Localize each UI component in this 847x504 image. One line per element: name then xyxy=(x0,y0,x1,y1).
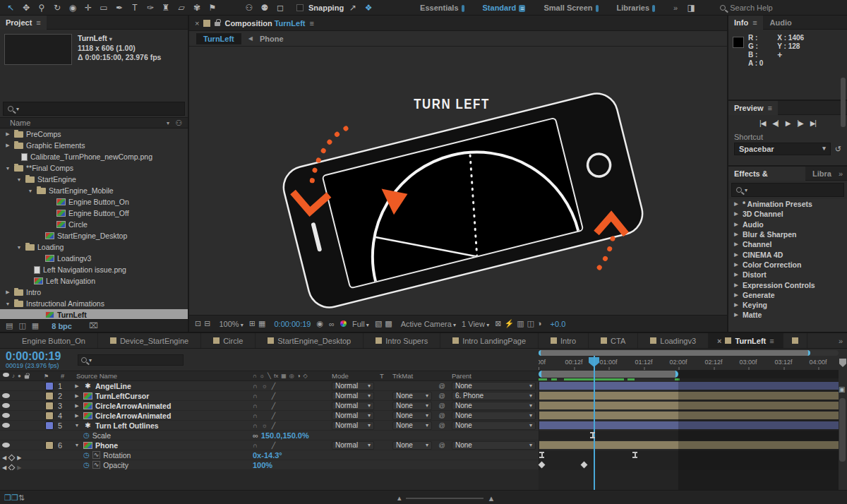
project-tree-item[interactable]: Graphic Elements xyxy=(0,140,188,151)
effects-category[interactable]: Color Correction xyxy=(728,260,847,270)
comp-button-icon[interactable]: ▣ xyxy=(839,385,845,393)
parent-pickwhip-icon[interactable]: @ xyxy=(435,392,449,400)
graph-icon[interactable]: ∿ xyxy=(92,461,101,469)
project-tree-item[interactable]: Calibrate_TurnPhone_newComp.png xyxy=(0,151,188,162)
tool-icon[interactable]: ↖ xyxy=(3,0,18,16)
twirl-icon[interactable] xyxy=(733,241,740,247)
parent-dropdown[interactable]: None xyxy=(452,441,536,450)
twirl-icon[interactable] xyxy=(4,166,11,171)
workspace-tab[interactable]: Libraries xyxy=(617,4,655,12)
mode-column-header[interactable]: Mode xyxy=(329,372,377,380)
number-column-header[interactable]: # xyxy=(58,372,73,380)
twirl-icon[interactable] xyxy=(733,312,740,318)
viewer-option-icon[interactable]: ⚡ xyxy=(504,319,514,328)
selected-comp-name[interactable]: TurnLeft xyxy=(78,34,107,42)
time-navigator-thumb[interactable] xyxy=(539,350,810,356)
timeline-row[interactable]: ◀▶ 1 ◷ ∿ AngelLine ∩ ☼ xyxy=(0,381,839,391)
parent-dropdown[interactable]: None xyxy=(452,412,536,420)
region-of-interest-icon[interactable]: ▧ xyxy=(375,319,382,328)
eye-icon[interactable] xyxy=(2,423,10,428)
workspace-tab[interactable]: Essentials xyxy=(420,4,464,12)
region-of-interest-icon[interactable]: ▩ xyxy=(385,319,392,328)
layer-name-cell[interactable]: ◷ ∿ Turn Left Outlines xyxy=(73,421,250,430)
layer-name-cell[interactable]: ◷ ∿ Opacity xyxy=(73,461,250,469)
switch-header-icon[interactable]: ◎ xyxy=(289,373,294,379)
collapse-transformations-icon[interactable]: ☼ xyxy=(261,422,267,429)
tool-icon[interactable]: T xyxy=(127,0,143,16)
current-time-button[interactable]: 0:00:00:19 xyxy=(274,320,311,328)
effects-category[interactable]: Distort xyxy=(728,270,847,280)
timeline-toggle-icon[interactable]: ❒ xyxy=(4,493,11,502)
layer-name-cell[interactable]: ◷ ∿ Phone xyxy=(73,441,250,450)
timeline-row[interactable]: ◀▶ 6 ◷ ∿ Phone ∩ ☼ xyxy=(0,440,839,450)
av-features-cell[interactable]: ◀▶ xyxy=(0,423,41,428)
timeline-tab[interactable]: StartEngine_Desktop xyxy=(256,333,364,349)
trkmat-dropdown[interactable]: None xyxy=(392,421,432,430)
panel-menu-icon[interactable]: ≡ xyxy=(310,19,314,28)
graph-icon[interactable]: ∿ xyxy=(92,451,101,459)
effects-category[interactable]: Expression Controls xyxy=(728,280,847,289)
project-footer-icon[interactable]: ◫ xyxy=(18,321,25,330)
time-ruler[interactable]: 0:00f00:12f01:00f01:12f02:00f02:12f03:00… xyxy=(539,357,839,368)
exposure-value[interactable]: +0.0 xyxy=(551,320,566,328)
project-tree-item[interactable]: TurnLeft xyxy=(0,309,188,319)
tool-icon[interactable]: ⚲ xyxy=(34,0,49,16)
transport-button[interactable]: ▶| xyxy=(810,119,816,127)
parent-pickwhip-icon[interactable]: @ xyxy=(435,402,449,409)
twirl-icon[interactable] xyxy=(16,177,23,182)
label-column-icon[interactable]: ⚑ xyxy=(41,372,58,380)
comp-viewer[interactable]: TURN LEFT xyxy=(189,47,727,315)
tool-icon[interactable]: ⚑ xyxy=(205,0,220,16)
switches-cell[interactable]: ∩ ☼ ╱ ∞ xyxy=(250,412,329,419)
switch-header-icon[interactable]: fx xyxy=(274,373,278,379)
composition-tab[interactable]: Composition TurnLeft xyxy=(224,19,305,28)
project-tree-item[interactable]: Loadingv3 xyxy=(0,253,188,264)
label-color-chip[interactable] xyxy=(45,382,54,390)
switches-cell[interactable]: ∩ ☼ ╱ ∞ xyxy=(250,442,329,449)
blend-mode-dropdown[interactable]: Normal xyxy=(332,382,374,390)
label-cell[interactable] xyxy=(41,392,58,400)
eye-icon[interactable] xyxy=(2,413,10,418)
project-tree-item[interactable]: StartEngine xyxy=(0,174,188,185)
transport-button[interactable]: ▶ xyxy=(786,119,791,127)
help-search[interactable]: Search Help xyxy=(720,4,773,12)
tab-project[interactable]: Project≡ xyxy=(0,16,47,30)
av-features-cell[interactable]: ◀▶ xyxy=(0,443,41,448)
tool-icon[interactable]: ◉ xyxy=(65,0,80,16)
tool-icon[interactable]: ✾ xyxy=(189,0,205,16)
transport-button[interactable]: |◀ xyxy=(759,119,765,127)
panel-overflow-chevron[interactable]: » xyxy=(839,169,847,178)
twirl-icon[interactable] xyxy=(16,245,23,250)
project-tree-item[interactable]: Instructional Animations xyxy=(0,298,188,309)
switches-cell[interactable]: ∩ ☼ ╱ ∞ xyxy=(250,392,329,400)
work-area-track[interactable] xyxy=(539,370,839,378)
quality-icon[interactable]: ╱ xyxy=(272,383,275,390)
tree-header[interactable]: Name ▾ ⚇ xyxy=(0,117,188,128)
timeline-row[interactable]: ◀▶ 4 ◷ ∿ CircleArrowAnimated ∩ xyxy=(0,411,839,421)
workspace-menu-icon[interactable] xyxy=(652,5,655,12)
shy-icon[interactable]: ∩ xyxy=(253,422,257,429)
trkmat-dropdown[interactable]: None xyxy=(392,402,432,410)
layer-name-cell[interactable]: ◷ ∿ CircleArrowAnimated xyxy=(73,412,250,420)
twirl-icon[interactable] xyxy=(4,131,11,137)
parent-column-header[interactable]: Parent xyxy=(449,372,471,380)
layer-duration-bar[interactable] xyxy=(539,382,839,390)
tool-icon[interactable]: ✑ xyxy=(143,0,158,16)
twirl-icon[interactable] xyxy=(733,222,740,227)
effects-category[interactable]: Channel xyxy=(728,239,847,249)
quality-icon[interactable]: ╱ xyxy=(272,392,275,400)
tab-audio[interactable]: Audio xyxy=(763,18,799,27)
audio-icon[interactable]: ♪ xyxy=(12,373,15,379)
workspace-menu-icon[interactable]: ≡ xyxy=(519,5,525,12)
layer-duration-track[interactable] xyxy=(539,411,839,421)
timeline-tab[interactable]: × TurnLeft ≡ xyxy=(709,333,783,349)
twirl-icon[interactable] xyxy=(73,413,80,419)
tab-overflow-chevron[interactable]: » xyxy=(839,337,847,345)
viewer-icon[interactable]: ⊟ xyxy=(204,319,210,328)
switch-header-icon[interactable]: ☼ xyxy=(260,373,265,379)
project-footer-icon[interactable]: ▤ xyxy=(6,321,13,330)
add-keyframe-icon[interactable] xyxy=(8,454,16,461)
layer-duration-bar[interactable] xyxy=(539,421,839,429)
timeline-row[interactable]: ◀▶ 5 ◷ ∿ Turn Left Outlines ∩ xyxy=(0,421,839,431)
timeline-tab[interactable]: Intro LandingPage xyxy=(440,333,539,349)
